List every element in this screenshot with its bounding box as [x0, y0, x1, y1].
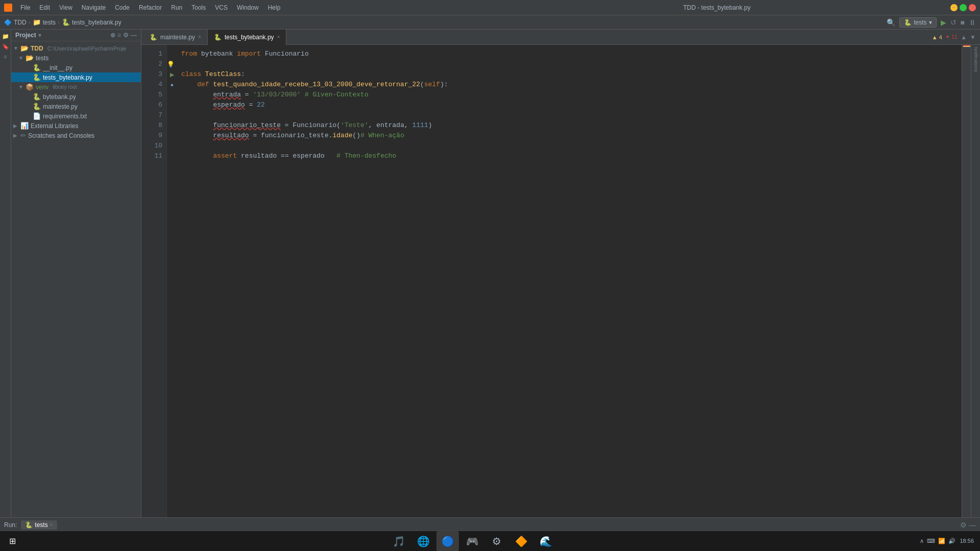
- settings-icon[interactable]: ⚙: [960, 521, 967, 529]
- tree-label-bytebank: bytebank.py: [43, 93, 76, 101]
- close-button[interactable]: ×: [969, 4, 976, 11]
- menu-file[interactable]: File: [16, 3, 34, 12]
- tree-item-scratches[interactable]: ▶ ✏ Scratches and Consoles: [11, 131, 141, 140]
- start-button[interactable]: ⊞: [0, 531, 24, 552]
- arrow-icon: ▼: [13, 45, 18, 51]
- tree-item-mainteste[interactable]: 🐍 mainteste.py: [11, 102, 141, 111]
- project-panel: Project ▾ ⊕ ≡ ⚙ — ▼ 📂 TDD C:\Users\rapha…: [11, 30, 141, 517]
- tree-item-tests-bytebank[interactable]: 🐍 tests_bytebank.py: [11, 72, 141, 82]
- keyboard-icon[interactable]: ⌨: [927, 538, 935, 544]
- taskbar-item-2[interactable]: 🌐: [412, 531, 434, 552]
- tree-item-venv[interactable]: ▼ 📦 venv library root: [11, 82, 141, 92]
- taskbar-item-7[interactable]: 🌊: [534, 531, 557, 552]
- bulb-icon[interactable]: 💡: [167, 61, 175, 68]
- txt-icon: 📄: [33, 112, 41, 120]
- arrow-icon: ▼: [18, 84, 23, 90]
- search-icon[interactable]: 🔍: [887, 18, 895, 27]
- tab-tests-bytebank[interactable]: 🐍 tests_bytebank.py ×: [208, 30, 287, 45]
- menu-view[interactable]: View: [55, 3, 77, 12]
- minimize-button[interactable]: ─: [950, 4, 958, 11]
- menu-help[interactable]: Help: [264, 3, 285, 12]
- taskbar-item-1[interactable]: 🎵: [387, 531, 410, 552]
- menu-edit[interactable]: Edit: [35, 3, 54, 12]
- editor-content: 1 2 3 4 5 6 7 8 9 10 11 💡 ▶ ●: [141, 45, 980, 517]
- breadcrumb-tdd[interactable]: TDD: [14, 19, 27, 26]
- network-icon[interactable]: 📶: [938, 538, 945, 544]
- app-icon: [4, 4, 12, 12]
- run-config-selector[interactable]: 🐍 tests ▾: [899, 17, 936, 28]
- menu-tools[interactable]: Tools: [187, 3, 210, 12]
- menu-vcs[interactable]: VCS: [211, 3, 232, 12]
- menu-refactor[interactable]: Refactor: [135, 3, 166, 12]
- tab-close-tests-bytebank[interactable]: ×: [277, 34, 280, 40]
- tree-item-tests[interactable]: ▼ 📂 tests: [11, 53, 141, 63]
- stop-button[interactable]: ■: [961, 18, 965, 27]
- line-numbers: 1 2 3 4 5 6 7 8 9 10 11: [141, 45, 167, 517]
- menu-run[interactable]: Run: [167, 3, 186, 12]
- tree-label-tests-bytebank: tests_bytebank.py: [43, 74, 92, 81]
- locate-icon[interactable]: ⊕: [110, 32, 115, 39]
- scratch-icon: ✏: [20, 132, 26, 139]
- breadcrumb-folder-icon: 📁: [33, 18, 41, 26]
- collapse-icon[interactable]: ≡: [117, 32, 121, 39]
- run-config-label: tests: [914, 19, 926, 26]
- menu-window[interactable]: Window: [233, 3, 263, 12]
- tab-close-mainteste[interactable]: ×: [198, 34, 201, 40]
- pause-button[interactable]: ⏸: [969, 18, 976, 27]
- volume-icon[interactable]: 🔊: [948, 538, 955, 544]
- project-view-icon[interactable]: 📁: [1, 32, 10, 41]
- py-icon: 🐍: [33, 64, 41, 71]
- taskbar-item-3[interactable]: 🔵: [436, 531, 459, 552]
- window-controls: ─ □ ×: [950, 4, 976, 11]
- taskbar-items: 🎵 🌐 🔵 🎮 ⚙ 🔶 🌊: [24, 531, 920, 552]
- arrow-icon: ▶: [13, 123, 18, 129]
- run-tab-close[interactable]: ×: [50, 522, 53, 528]
- breadcrumb-bar: 🔷 TDD › 📁 tests › 🐍 tests_bytebank.py 🔍 …: [0, 15, 980, 30]
- settings-icon[interactable]: ⚙: [123, 32, 129, 39]
- run-button[interactable]: ▶: [941, 18, 946, 27]
- tab-mainteste[interactable]: 🐍 mainteste.py ×: [143, 30, 208, 45]
- menu-code[interactable]: Code: [111, 3, 134, 12]
- tree-item-bytebank[interactable]: 🐍 bytebank.py: [11, 92, 141, 102]
- tree-item-tdd[interactable]: ▼ 📂 TDD C:\Users\raphael\PycharmProje: [11, 43, 141, 53]
- run-tab-icon: 🐍: [25, 521, 33, 529]
- taskbar-item-4[interactable]: 🎮: [461, 531, 483, 552]
- tree-label-tests: tests: [36, 55, 48, 62]
- run-arrow-4[interactable]: ●: [167, 80, 177, 90]
- tree-label-external-libs: External Libraries: [31, 122, 78, 130]
- breadcrumb-icon: 🔷: [4, 19, 12, 26]
- breadcrumb-tests[interactable]: tests: [43, 19, 56, 26]
- windows-taskbar: ⊞ 🎵 🌐 🔵 🎮 ⚙ 🔶 🌊 ∧ ⌨ 📶 🔊 18:56: [0, 531, 980, 551]
- tree-item-init[interactable]: 🐍 __init__.py: [11, 63, 141, 72]
- taskbar-icons: ∧ ⌨ 📶 🔊: [920, 538, 955, 544]
- tab-icon-tests-bytebank: 🐍: [214, 34, 222, 41]
- window-title: TDD - tests_bytebank.py: [483, 4, 950, 11]
- taskbar-item-6[interactable]: 🔶: [510, 531, 532, 552]
- tree-label-tdd: TDD: [31, 45, 43, 52]
- taskbar-right: ∧ ⌨ 📶 🔊 18:56: [920, 537, 980, 545]
- breadcrumb-sep2: ›: [58, 19, 60, 26]
- rerun-button[interactable]: ↺: [950, 18, 957, 27]
- structure-icon[interactable]: ≡: [1, 52, 10, 61]
- left-sidebar-icons: 📁 🔖 ≡: [0, 30, 11, 517]
- system-tray-chevron[interactable]: ∧: [920, 538, 924, 544]
- scroll-down-icon[interactable]: ▼: [970, 34, 976, 41]
- folder-icon: 📂: [26, 54, 34, 62]
- close-panel-icon[interactable]: —: [131, 32, 137, 39]
- tree-item-external-libs[interactable]: ▶ 📊 External Libraries: [11, 121, 141, 131]
- breadcrumb-file[interactable]: tests_bytebank.py: [72, 19, 121, 26]
- project-tree: ▼ 📂 TDD C:\Users\raphael\PycharmProje ▼ …: [11, 41, 141, 517]
- minimize-panel-icon[interactable]: —: [969, 521, 976, 529]
- taskbar-item-5[interactable]: ⚙: [485, 531, 508, 552]
- code-area[interactable]: from bytebank import Funcionario class T…: [177, 45, 962, 517]
- menu-navigate[interactable]: Navigate: [78, 3, 110, 12]
- editor-tabs: 🐍 mainteste.py × 🐍 tests_bytebank.py × ▲…: [141, 30, 980, 45]
- bookmark-icon[interactable]: 🔖: [1, 42, 10, 51]
- breadcrumb-file-icon: 🐍: [62, 18, 70, 26]
- bottom-tab-tests[interactable]: 🐍 tests ×: [21, 520, 57, 530]
- run-arrow-3[interactable]: ▶: [167, 69, 177, 80]
- maximize-button[interactable]: □: [960, 4, 967, 11]
- tree-item-requirements[interactable]: 📄 requirements.txt: [11, 111, 141, 121]
- scroll-up-icon[interactable]: ▲: [961, 34, 967, 41]
- py-icon: 🐍: [33, 73, 41, 81]
